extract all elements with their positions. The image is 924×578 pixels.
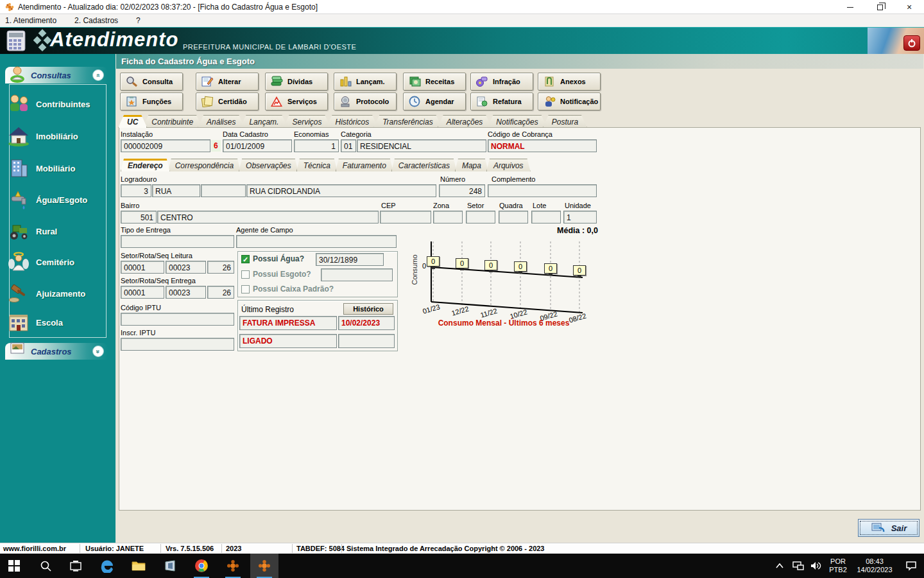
- notificacao-button[interactable]: Notificação: [538, 92, 601, 110]
- lancam-button[interactable]: Lançam.: [334, 73, 397, 91]
- tab-analises[interactable]: Análises: [198, 115, 244, 128]
- sidebar-item-mobiliario[interactable]: Mobiliário: [6, 154, 96, 182]
- clock[interactable]: 08:4314/02/2023: [851, 554, 898, 578]
- logradouro-field[interactable]: RUA CIDROLANDIA: [246, 184, 436, 197]
- tab-lancam[interactable]: Lançam.: [240, 115, 287, 128]
- subtab-mapa[interactable]: Mapa: [455, 159, 488, 171]
- menu-help[interactable]: ?: [136, 16, 141, 25]
- tab-notificacoes[interactable]: Notificações: [487, 115, 547, 128]
- zona-field[interactable]: [433, 211, 463, 223]
- tipo-entrega-field[interactable]: [121, 235, 234, 248]
- tab-uc[interactable]: UC: [118, 115, 147, 128]
- possui-agua-checkbox[interactable]: ✓: [241, 255, 250, 263]
- subtab-endereco[interactable]: Endereço: [121, 159, 170, 171]
- infracao-button[interactable]: Infração: [470, 73, 533, 91]
- edge-browser-button[interactable]: [93, 554, 121, 578]
- expand-cadastros-button[interactable]: »: [92, 346, 104, 357]
- entrega-seq-field[interactable]: 26: [207, 286, 234, 299]
- fiorilli-app-button[interactable]: [219, 554, 247, 578]
- agendar-button[interactable]: Agendar: [403, 92, 466, 110]
- leitura-rota-field[interactable]: 00023: [166, 261, 206, 274]
- sidebar-section-cadastros[interactable]: Cadastros »: [5, 343, 108, 360]
- start-button[interactable]: [0, 554, 28, 578]
- lote-field[interactable]: [531, 211, 561, 223]
- volume-tray-icon-button[interactable]: [807, 554, 825, 578]
- refatura-button[interactable]: Refatura: [470, 92, 533, 110]
- menu-cadastros[interactable]: 2. Cadastros: [74, 16, 118, 25]
- subtab-faturamento[interactable]: Faturamento: [336, 159, 393, 171]
- taskbar-search-button[interactable]: [31, 554, 60, 578]
- restore-button[interactable]: [865, 0, 894, 14]
- agua-data-field[interactable]: 30/12/1899: [316, 253, 384, 266]
- collapse-consultas-button[interactable]: »: [92, 69, 104, 81]
- cobranca-field[interactable]: NORMAL: [488, 139, 597, 152]
- sidebar-item-contribuintes[interactable]: Contribuintes: [6, 90, 96, 118]
- funcoes-button[interactable]: Funções: [120, 92, 183, 110]
- logr-tipo-cod-field[interactable]: 3: [121, 184, 151, 197]
- consulta-button[interactable]: Consulta: [120, 73, 183, 91]
- tab-contribuinte[interactable]: Contribuinte: [142, 115, 202, 128]
- close-button[interactable]: ×: [894, 0, 924, 14]
- leitura-seq-field[interactable]: 26: [207, 261, 234, 274]
- tab-transferencias[interactable]: Transferências: [373, 115, 441, 128]
- possui-caixa-checkbox[interactable]: [241, 285, 250, 293]
- servicos-button[interactable]: Serviços: [265, 92, 328, 110]
- sair-button[interactable]: Sair: [858, 519, 920, 537]
- chrome-button[interactable]: [187, 554, 216, 578]
- atendimento-app-button[interactable]: [250, 554, 278, 578]
- app-shortcut-button[interactable]: [156, 554, 184, 578]
- tab-alteracoes[interactable]: Alterações: [438, 115, 492, 128]
- sidebar-section-consultas[interactable]: Consultas »: [5, 67, 108, 83]
- bairro-field[interactable]: CENTRO: [157, 211, 379, 223]
- tray-expand-button[interactable]: [770, 554, 789, 578]
- bairro-cod-field[interactable]: 501: [121, 211, 157, 223]
- tab-historicos[interactable]: Históricos: [326, 115, 378, 128]
- menu-atendimento[interactable]: 1. Atendimento: [5, 16, 56, 25]
- subtab-caracteristicas[interactable]: Características: [391, 159, 457, 171]
- cep-field[interactable]: [380, 211, 431, 223]
- anexos-button[interactable]: Anexos: [538, 73, 601, 91]
- esgoto-valor-field[interactable]: [321, 268, 393, 281]
- power-button[interactable]: [903, 35, 920, 51]
- sidebar-item-agua-esgoto[interactable]: Água/Esgoto: [6, 186, 96, 214]
- complemento-field[interactable]: [488, 184, 597, 197]
- entrega-rota-field[interactable]: 00023: [166, 286, 206, 299]
- possui-esgoto-checkbox[interactable]: [241, 270, 250, 279]
- categoria-cod-field[interactable]: 01: [341, 139, 356, 152]
- subtab-arquivos[interactable]: Arquivos: [486, 159, 531, 171]
- tab-postura[interactable]: Postura: [543, 115, 587, 128]
- instalacao-field[interactable]: 000002009: [121, 139, 210, 152]
- logr-extra-field[interactable]: [201, 184, 246, 197]
- quadra-field[interactable]: [499, 211, 528, 223]
- subtab-tecnica[interactable]: Técnica: [296, 159, 338, 171]
- historico-button[interactable]: Histórico: [343, 303, 393, 315]
- inscr-iptu-field[interactable]: [121, 338, 234, 351]
- codigo-iptu-field[interactable]: [121, 313, 234, 326]
- sidebar-item-imobiliario[interactable]: Imobiliário: [6, 122, 96, 150]
- sidebar-item-rural[interactable]: Rural: [6, 217, 96, 245]
- sidebar-item-escola[interactable]: Escola: [6, 308, 96, 337]
- tab-servicos[interactable]: Serviços: [283, 115, 330, 128]
- data-cadastro-field[interactable]: 01/01/2009: [223, 139, 292, 152]
- task-view-button[interactable]: [62, 554, 90, 578]
- setor-field[interactable]: [466, 211, 495, 223]
- sidebar-item-ajuizamento[interactable]: Ajuizamento: [6, 279, 96, 308]
- logr-tipo-field[interactable]: RUA: [152, 184, 200, 197]
- receitas-button[interactable]: Receitas: [403, 73, 466, 91]
- minimize-button[interactable]: [835, 0, 865, 14]
- unidade-field[interactable]: 1: [563, 211, 597, 223]
- entrega-setor-field[interactable]: 00001: [121, 286, 164, 299]
- language-indicator[interactable]: PORPTB2: [825, 554, 851, 578]
- network-tray-icon-button[interactable]: [789, 554, 807, 578]
- numero-field[interactable]: 248: [439, 184, 485, 197]
- subtab-observacoes[interactable]: Observações: [239, 159, 298, 171]
- categoria-desc-field[interactable]: RESIDENCIAL: [357, 139, 486, 152]
- dividas-button[interactable]: Dívidas: [265, 73, 328, 91]
- subtab-correspondencia[interactable]: Correspondência: [168, 159, 241, 171]
- economias-field[interactable]: 1: [294, 139, 339, 152]
- leitura-setor-field[interactable]: 00001: [121, 261, 164, 274]
- action-center-button[interactable]: [898, 554, 924, 578]
- file-explorer-button[interactable]: [124, 554, 153, 578]
- alterar-button[interactable]: Alterar: [196, 73, 259, 91]
- sidebar-item-cemiterio[interactable]: Cemitério: [6, 248, 96, 276]
